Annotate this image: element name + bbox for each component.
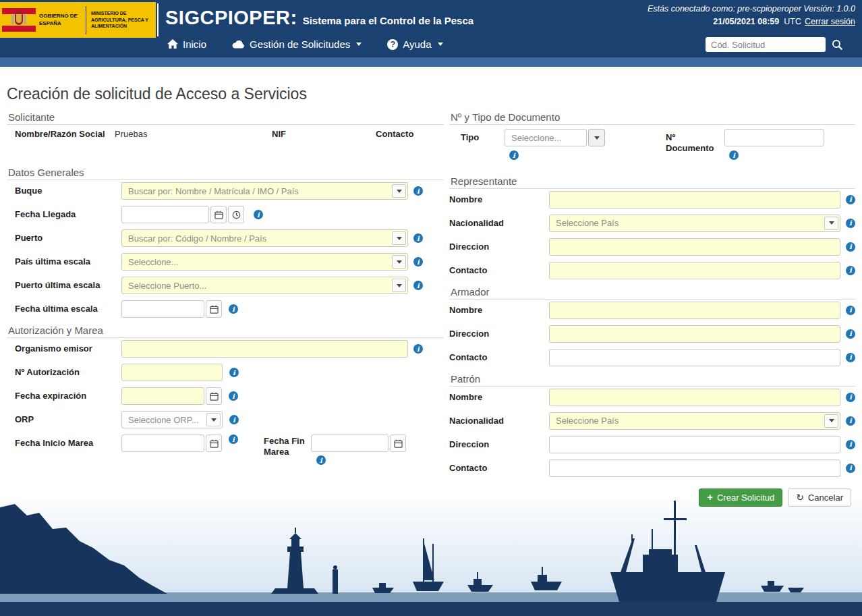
puerto-select[interactable]: Buscar por: Código / Nombre / País: [121, 229, 408, 247]
search-icon[interactable]: [832, 39, 843, 51]
pais-ultima-escala-select[interactable]: Seleccione...: [121, 253, 408, 271]
info-icon[interactable]: [846, 219, 855, 228]
fecha-fin-marea-label: Fecha Fin Marea: [264, 435, 311, 458]
armador-nombre-label: Nombre: [449, 305, 549, 316]
info-icon[interactable]: [229, 304, 238, 314]
fecha-fin-marea-input[interactable]: [311, 435, 389, 452]
patron-direccion-input[interactable]: [549, 436, 840, 453]
info-icon[interactable]: [316, 455, 326, 465]
pais-ultima-escala-value: Seleccione...: [128, 257, 178, 267]
fecha-inicio-marea-label: Fecha Inicio Marea: [15, 435, 121, 449]
connected-as-text: Estás conectado como: pre-scpioperoper V…: [648, 4, 855, 13]
form-row-buque: Buque Buscar por: Nombre / Matrícula / I…: [15, 182, 444, 200]
info-icon[interactable]: [229, 368, 239, 377]
num-autorizacion-input[interactable]: [121, 364, 223, 381]
info-icon[interactable]: [229, 435, 238, 444]
fecha-expiracion-input[interactable]: [121, 387, 204, 405]
nav-inicio[interactable]: Inicio: [167, 38, 206, 50]
info-icon[interactable]: [413, 233, 423, 243]
form-row-patron-contacto: Contacto: [449, 459, 855, 477]
puerto-ultima-escala-value: Seleccione Puerto...: [128, 281, 206, 291]
info-icon[interactable]: [846, 195, 855, 204]
patron-contacto-input[interactable]: [549, 459, 840, 477]
calendar-button[interactable]: [210, 206, 227, 223]
form-row-armador-contacto: Contacto: [449, 349, 855, 366]
calendar-button[interactable]: [390, 435, 406, 452]
form-row-representante-direccion: Direccion: [449, 238, 855, 256]
calendar-icon: [214, 211, 223, 219]
patron-nombre-label: Nombre: [449, 392, 549, 403]
info-icon[interactable]: [846, 266, 855, 275]
buque-select-value: Buscar por: Nombre / Matrícula / IMO / P…: [128, 186, 299, 196]
section-representante: Representante: [449, 175, 855, 189]
calendar-button[interactable]: [206, 300, 222, 318]
info-icon[interactable]: [229, 415, 239, 424]
chevron-down-icon: [392, 279, 406, 292]
fecha-ultima-escala-input[interactable]: [121, 300, 204, 318]
cancelar-button[interactable]: Cancelar: [788, 488, 851, 507]
form-row-representante-nacionalidad: Nacionalidad Seleccione País: [449, 215, 855, 232]
left-column: Solicitante Nombre/Razón Social Pruebas …: [7, 111, 444, 464]
logout-link[interactable]: Cerrar sesión: [805, 17, 855, 26]
fecha-inicio-marea-input[interactable]: [121, 435, 204, 452]
info-icon[interactable]: [846, 464, 855, 473]
cancelar-label: Cancelar: [808, 493, 843, 503]
nav-gestion-solicitudes[interactable]: Gestión de Solicitudes: [232, 38, 362, 50]
representante-nacionalidad-select[interactable]: Seleccione País: [549, 215, 840, 232]
calendar-icon: [210, 392, 219, 401]
patron-nacionalidad-select[interactable]: Seleccione País: [549, 412, 840, 430]
info-icon[interactable]: [846, 329, 855, 339]
representante-contacto-input[interactable]: [549, 262, 840, 279]
form-row-patron-nacionalidad: Nacionalidad Seleccione País: [449, 412, 855, 430]
plus-icon: [707, 492, 713, 503]
info-icon[interactable]: [509, 150, 519, 160]
main-nav: Inicio Gestión de Solicitudes Ayuda: [167, 38, 443, 50]
calendar-button[interactable]: [206, 435, 222, 452]
tipo-select-button[interactable]: [588, 129, 605, 146]
pais-ultima-escala-label: País última escala: [15, 256, 121, 267]
form-row-fecha-ultima-escala: Fecha última escala: [15, 300, 444, 318]
form-row-fechas-marea: Fecha Inicio Marea Fecha Fin Marea: [15, 435, 444, 458]
solicitante-nombre-label: Nombre/Razón Social: [15, 129, 115, 139]
calendar-button[interactable]: [206, 387, 222, 405]
form-row-representante-contacto: Contacto: [449, 262, 855, 279]
info-icon[interactable]: [846, 393, 855, 402]
info-icon[interactable]: [846, 440, 855, 449]
info-icon[interactable]: [413, 186, 423, 196]
info-icon[interactable]: [846, 306, 855, 315]
puerto-ultima-escala-select[interactable]: Seleccione Puerto...: [121, 277, 408, 294]
fecha-llegada-label: Fecha Llegada: [15, 209, 121, 220]
info-icon[interactable]: [254, 210, 263, 219]
patron-nombre-input[interactable]: [549, 389, 840, 406]
tipo-documento-select[interactable]: Seleccione...: [505, 129, 587, 146]
timezone-text: UTC: [784, 17, 801, 26]
info-icon[interactable]: [413, 257, 423, 267]
form-row-fecha-llegada: Fecha Llegada: [15, 206, 444, 223]
armador-nombre-input[interactable]: [549, 302, 840, 319]
fecha-llegada-input[interactable]: [121, 206, 209, 223]
search-input[interactable]: [706, 37, 826, 52]
orp-select[interactable]: Seleccione ORP...: [121, 411, 223, 428]
nav-ayuda[interactable]: Ayuda: [387, 38, 442, 50]
info-icon[interactable]: [229, 391, 238, 401]
info-icon[interactable]: [846, 242, 855, 252]
representante-direccion-input[interactable]: [549, 238, 840, 256]
info-icon[interactable]: [729, 150, 739, 160]
armador-contacto-input[interactable]: [549, 349, 840, 366]
buque-select[interactable]: Buscar por: Nombre / Matrícula / IMO / P…: [121, 182, 408, 200]
chevron-down-icon: [594, 136, 600, 140]
representante-nombre-input[interactable]: [549, 191, 840, 208]
clock-button[interactable]: [228, 206, 244, 223]
orp-select-value: Seleccione ORP...: [128, 415, 199, 425]
armador-direccion-input[interactable]: [549, 325, 840, 343]
organismo-emisor-input[interactable]: [121, 340, 408, 358]
info-icon[interactable]: [413, 344, 423, 354]
calendar-icon: [394, 439, 403, 448]
info-icon[interactable]: [846, 353, 855, 362]
info-icon[interactable]: [413, 281, 423, 290]
info-icon[interactable]: [846, 416, 855, 426]
form-row-patron-direccion: Direccion: [449, 436, 855, 453]
crear-solicitud-button[interactable]: Crear Solicitud: [699, 488, 782, 507]
numero-documento-input[interactable]: [724, 129, 824, 146]
fecha-ultima-escala-label: Fecha última escala: [15, 304, 121, 314]
